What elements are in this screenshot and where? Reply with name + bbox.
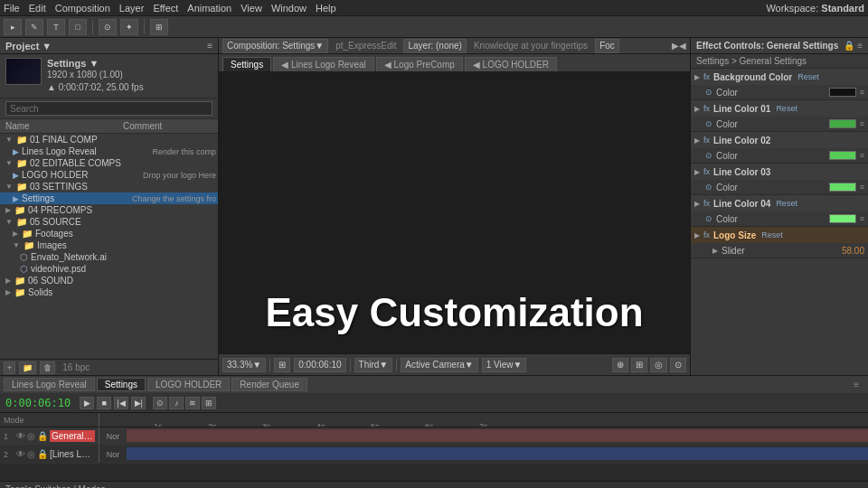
menu-help[interactable]: Help [316,3,336,14]
step-fwd-btn[interactable]: ▶| [131,397,146,409]
comp-lines-logo-reveal[interactable]: ▶ Lines Logo Reveal Render this comp [0,145,218,157]
tab-settings[interactable]: Settings [222,57,271,71]
delete-btn[interactable]: 🗑 [40,361,55,374]
composition-viewport[interactable]: Easy Customization [219,72,690,353]
comp-foc-btn[interactable]: Foc [595,39,619,53]
lc04-reset-btn[interactable]: Reset [774,199,799,208]
fx-lock-icon[interactable]: 🔒 [844,41,854,51]
transparency-btn[interactable]: ⊕ [612,358,628,372]
fx-lc02-header[interactable]: ▶ fx Line Color 02 [691,132,868,148]
menu-effect[interactable]: Effect [153,3,178,14]
folder-05-source[interactable]: ▼ 📁 05 SOURCE [0,216,218,228]
comp-layer-btn[interactable]: Layer: (none) [403,39,466,53]
mask-btn[interactable]: ◎ [650,358,667,372]
preview-btn[interactable]: ⊙ [153,397,167,409]
file-envato[interactable]: ⬡ Envato_Network.ai [0,251,218,263]
step-back-btn[interactable]: |◀ [114,397,128,409]
bottom-tab-lines-logo[interactable]: Lines Logo Reveal [4,378,95,391]
lc04-color-menu[interactable]: ≡ [860,214,864,223]
views-btn[interactable]: 1 View ▼ [482,358,527,372]
camera-dropdown[interactable]: Active Camera ▼ [401,358,477,372]
bg-color-eyedropper[interactable]: ≡ [860,88,864,97]
guides-btn[interactable]: ⊞ [631,358,647,372]
fx-logo-size-header[interactable]: ▶ fx Logo Size Reset [691,227,868,243]
track-1-solo-btn[interactable]: ◎ [27,431,35,441]
fx-bg-color-header[interactable]: ▶ fx Background Color Reset [691,69,868,85]
folder-06-sound[interactable]: ▶ 📁 06 SOUND [0,275,218,286]
file-videohive[interactable]: ⬡ videohive.psd [0,263,218,275]
motion-blur-btn[interactable]: ≋ [185,397,200,409]
timeline-timecode[interactable]: 0:00:06:10 [5,397,71,409]
fx-menu-icon[interactable]: ≡ [857,41,863,51]
lc02-color-swatch[interactable] [829,151,856,160]
tab-lines-logo-reveal[interactable]: ◀ Lines Logo Reveal [273,57,374,71]
track-2-name[interactable]: [Lines Logo Reveal] [50,449,95,459]
folder-solids[interactable]: ▶ 📁 Solids [0,286,218,298]
comp-settings[interactable]: ▶ Settings Change the settings fro [0,192,218,204]
track-2-solo-btn[interactable]: ◎ [27,449,35,459]
menu-animation[interactable]: Animation [187,3,231,14]
menu-layer[interactable]: Layer [119,3,145,14]
view-dropdown[interactable]: Third ▼ [354,358,393,372]
track-1-eye-btn[interactable]: 👁 [16,431,25,441]
fx-lc04-header[interactable]: ▶ fx Line Color 04 Reset [691,195,868,211]
comp-logo-holder[interactable]: ▶ LOGO HOLDER Drop your logo Here [0,169,218,181]
toolbar-pen[interactable]: ✎ [25,19,43,35]
bg-reset-btn[interactable]: Reset [796,72,821,81]
slider-value[interactable]: 58.00 [842,246,864,256]
track-2-mode[interactable]: Nor [99,450,127,459]
audio-btn[interactable]: ♪ [169,397,184,409]
toolbar-text[interactable]: T [47,19,65,35]
timecode-display[interactable]: 0:00:06:10 [294,358,345,372]
menu-view[interactable]: View [241,3,262,14]
tab-logo-precomp[interactable]: ◀ Logo PreComp [376,57,463,71]
comp-settings-btn[interactable]: Composition: Settings ▼ [222,39,328,53]
track-1-lock-btn[interactable]: 🔒 [37,431,48,441]
track-1-mode[interactable]: Nor [99,432,127,441]
toolbar-light[interactable]: ✦ [120,19,138,35]
folder-01-final-comp[interactable]: ▼ 📁 01 FINAL COMP [0,134,218,145]
lc01-color-swatch[interactable] [829,119,856,128]
lc01-reset-btn[interactable]: Reset [774,104,799,113]
lc03-color-menu[interactable]: ≡ [860,183,864,192]
toolbar-snapping[interactable]: ⊞ [150,19,168,35]
stop-btn[interactable]: ■ [97,397,111,409]
overlay-btn[interactable]: ⊙ [670,358,686,372]
folder-images[interactable]: ▼ 📁 Images [0,239,218,251]
zoom-control[interactable]: 33.3% ▼ [222,358,266,372]
menu-edit[interactable]: Edit [29,3,46,14]
render-settings-btn[interactable]: ⊞ [274,358,290,372]
folder-footages[interactable]: ▶ 📁 Footages [0,228,218,239]
fx-lc01-header[interactable]: ▶ fx Line Color 01 Reset [691,100,868,117]
lc04-color-swatch[interactable] [829,214,856,223]
track-1-name[interactable]: General Settings [50,430,95,442]
bg-color-swatch[interactable] [829,88,856,97]
fx-lc03-header[interactable]: ▶ fx Line Color 03 [691,164,868,180]
menu-file[interactable]: File [4,3,20,14]
folder-03-settings[interactable]: ▼ 📁 03 SETTINGS [0,181,218,192]
menu-composition[interactable]: Composition [55,3,110,14]
lc02-color-menu[interactable]: ≡ [860,151,864,160]
search-input[interactable] [5,101,212,116]
new-item-btn[interactable]: + [4,361,15,374]
new-folder-btn[interactable]: 📁 [19,361,36,374]
project-options-icon[interactable]: ≡ [207,41,212,51]
bottom-tab-settings[interactable]: Settings [97,378,146,391]
lc01-color-menu[interactable]: ≡ [860,119,864,128]
toolbar-select[interactable]: ▸ [4,19,22,35]
play-btn[interactable]: ▶ [80,397,94,409]
toolbar-camera[interactable]: ⊙ [99,19,117,35]
track-2-lock-btn[interactable]: 🔒 [37,449,48,459]
draft-btn[interactable]: ⊞ [202,397,216,409]
toggle-switches-label[interactable]: Toggle Switches / Modes [5,484,106,488]
tab-logo-holder[interactable]: ◀ LOGO HOLDER [465,57,557,71]
menu-window[interactable]: Window [271,3,307,14]
timeline-options-icon[interactable]: ≡ [854,380,864,389]
bottom-tab-render-queue[interactable]: Render Queue [231,378,307,391]
track-2-eye-btn[interactable]: 👁 [16,449,25,459]
folder-04-precomps[interactable]: ▶ 📁 04 PRECOMPS [0,204,218,216]
lc03-color-swatch[interactable] [829,183,856,192]
logo-size-reset-btn[interactable]: Reset [760,230,785,239]
toolbar-shape[interactable]: □ [69,19,87,35]
folder-02-editable-comps[interactable]: ▼ 📁 02 EDITABLE COMPS [0,157,218,169]
